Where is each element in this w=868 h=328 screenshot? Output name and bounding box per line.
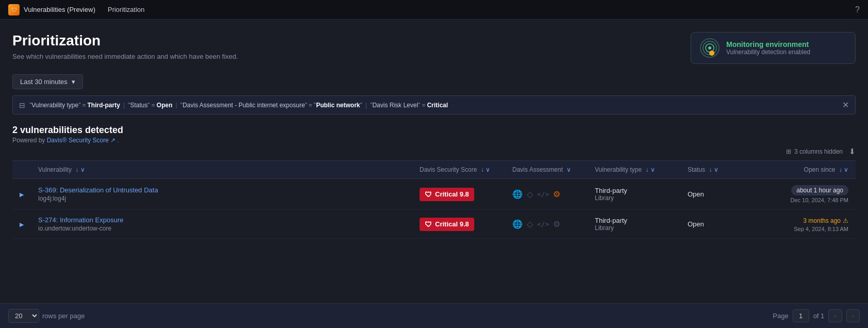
col-expand-header	[12, 161, 31, 179]
next-page-button[interactable]: ›	[846, 309, 860, 322]
rows-select-input[interactable]: 20 50 100	[8, 309, 39, 323]
row-1-status: Open	[680, 179, 742, 210]
row-1-dss: 🛡 Critical 9.8	[412, 179, 505, 210]
col-vtype-header[interactable]: Vulnerability type ↓ ∨	[588, 161, 680, 179]
expand-icon[interactable]: ▶	[20, 191, 24, 198]
app-icon: 🛡	[8, 4, 20, 15]
filter-bar: ⊟ "Vulnerability type" = Third-party | "…	[12, 95, 856, 114]
powered-by: Powered by Davis® Security Score ↗ .	[12, 137, 856, 144]
da-active-icon: ⚙	[553, 189, 560, 199]
grid-icon: ⊞	[786, 148, 791, 155]
filter-icon: ⊟	[19, 101, 25, 109]
results-header: 2 vulnerabilities detected Powered by Da…	[12, 125, 856, 144]
sort-vtype-icon: ↓ ∨	[645, 166, 655, 173]
da-diamond-icon-2: ◇	[527, 219, 533, 229]
warning-icon: ⚠	[843, 217, 848, 224]
row-2-da: 🌐 ◇ </> ⚙	[505, 210, 588, 239]
row-1-since: about 1 hour ago Dec 10, 2024, 7:48 PM	[742, 179, 856, 210]
time-filter-button[interactable]: Last 30 minutes ▾	[12, 74, 83, 89]
time-filter-label: Last 30 minutes	[20, 78, 68, 86]
columns-hidden-label[interactable]: 3 columns hidden	[794, 148, 843, 155]
col-since-header[interactable]: Open since ↓ ∨	[742, 161, 856, 179]
monitoring-title: Monitoring environment	[726, 40, 810, 48]
row-2-since: 3 months ago ⚠ Sep 4, 2024, 8:13 AM	[742, 210, 856, 239]
vuln-1-lib: log4j:log4j	[38, 195, 405, 202]
page-label: Page	[773, 312, 788, 320]
vuln-1-link[interactable]: S-369: Deserialization of Untrusted Data	[38, 186, 158, 194]
current-page: 1	[793, 309, 809, 322]
row-2-vtype: Third-party Library	[588, 210, 680, 239]
top-nav: 🛡 Vulnerabilities (Preview) Prioritizati…	[0, 0, 868, 20]
col-dss-header[interactable]: Davis Security Score ↓ ∨	[412, 161, 505, 179]
table-row: ▶ S-369: Deserialization of Untrusted Da…	[12, 179, 856, 210]
vtype-sub-2: Library	[595, 224, 673, 232]
powered-suffix: .	[118, 137, 119, 144]
pagination-right: Page 1 of 1 ‹ ›	[773, 309, 860, 322]
since-old-badge-2: 3 months ago ⚠	[803, 217, 848, 224]
since-badge-1: about 1 hour ago	[791, 185, 848, 195]
col-vtype-label: Vulnerability type	[595, 166, 642, 173]
rows-per-page-label: rows per page	[42, 312, 85, 320]
col-status-label: Status	[688, 166, 705, 173]
row-2-vuln: S-274: Information Exposure io.undertow:…	[31, 210, 412, 239]
filter-clear-button[interactable]: ✕	[842, 100, 849, 110]
score-label-2: Critical 9.8	[435, 220, 469, 228]
table-controls: ⊞ 3 columns hidden ⬇	[12, 147, 856, 156]
months-ago-label: 3 months ago	[803, 217, 841, 224]
col-da-header[interactable]: Davis Assessment ∨	[505, 161, 588, 179]
page-subtitle: See which vulnerabilities need immediate…	[12, 53, 238, 60]
page-header: Prioritization See which vulnerabilities…	[12, 32, 238, 60]
shield-icon-2: 🛡	[425, 220, 432, 228]
shield-icon: 🛡	[425, 190, 432, 199]
since-date-2: Sep 4, 2024, 8:13 AM	[749, 226, 848, 232]
vulnerability-table: Vulnerability ↓ ∨ Davis Security Score ↓…	[12, 160, 856, 239]
davis-security-score-link[interactable]: Davis® Security Score ↗	[47, 137, 116, 144]
expand-icon-2[interactable]: ▶	[20, 221, 24, 227]
tag-separator-3: |	[365, 101, 367, 109]
col-vulnerability-header[interactable]: Vulnerability ↓ ∨	[31, 161, 412, 179]
table-header-row: Vulnerability ↓ ∨ Davis Security Score ↓…	[12, 161, 856, 179]
row-1-vtype: Third-party Library	[588, 179, 680, 210]
app-name[interactable]: Vulnerabilities (Preview)	[24, 6, 95, 13]
row-2-expand[interactable]: ▶	[12, 210, 31, 239]
main-content: Prioritization See which vulnerabilities…	[0, 20, 868, 239]
da-diamond-icon: ◇	[527, 189, 533, 199]
sort-icon: ↓ ∨	[75, 166, 85, 173]
status-1: Open	[688, 190, 704, 198]
filter-tag-1[interactable]: "Vulnerability type" = Third-party	[29, 102, 120, 109]
critical-badge-1: 🛡 Critical 9.8	[420, 188, 474, 201]
vuln-2-lib: io.undertow:undertow-core	[38, 225, 405, 232]
row-2-dss: 🛡 Critical 9.8	[412, 210, 505, 239]
score-label-1: Critical 9.8	[435, 190, 469, 198]
sort-dss-icon: ↓ ∨	[481, 166, 490, 173]
prev-page-button[interactable]: ‹	[828, 309, 842, 322]
filter-tag-3[interactable]: "Davis Assessment - Public internet expo…	[180, 102, 362, 109]
help-icon[interactable]: ?	[855, 5, 860, 14]
da-inactive-icon-2: ⚙	[553, 219, 560, 229]
table-row: ▶ S-274: Information Exposure io.underto…	[12, 210, 856, 239]
da-icons-2: 🌐 ◇ </> ⚙	[512, 219, 580, 229]
monitoring-badge: Monitoring environment Vulnerability det…	[691, 32, 856, 64]
monitoring-subtitle: Vulnerability detection enabled	[726, 48, 810, 56]
since-recent-1: about 1 hour ago Dec 10, 2024, 7:48 PM	[749, 185, 848, 203]
vuln-2-link[interactable]: S-274: Information Exposure	[38, 216, 123, 224]
download-button[interactable]: ⬇	[849, 147, 856, 156]
pagination-bar: 20 50 100 rows per page Page 1 of 1 ‹ ›	[0, 303, 868, 328]
row-2-status: Open	[680, 210, 742, 239]
filter-tag-4[interactable]: "Davis Risk Level" = Critical	[370, 102, 448, 109]
da-icons-1: 🌐 ◇ </> ⚙	[512, 189, 580, 199]
row-1-expand[interactable]: ▶	[12, 179, 31, 210]
sort-status-icon: ↓ ∨	[709, 166, 718, 173]
page-title: Prioritization	[12, 32, 238, 50]
filter-tag-2[interactable]: "Status" = Open	[128, 102, 172, 109]
critical-badge-2: 🛡 Critical 9.8	[420, 218, 474, 231]
col-status-header[interactable]: Status ↓ ∨	[680, 161, 742, 179]
nav-current-page[interactable]: Prioritization	[108, 6, 145, 13]
svg-point-4	[709, 51, 714, 56]
app-logo: 🛡 Vulnerabilities (Preview)	[8, 4, 95, 15]
col-vulnerability-label: Vulnerability	[38, 166, 72, 173]
results-count: 2 vulnerabilities detected	[12, 125, 856, 136]
sort-since-icon: ↓ ∨	[839, 166, 848, 173]
da-code-icon: </>	[537, 190, 549, 198]
da-code-icon-2: </>	[537, 220, 549, 228]
